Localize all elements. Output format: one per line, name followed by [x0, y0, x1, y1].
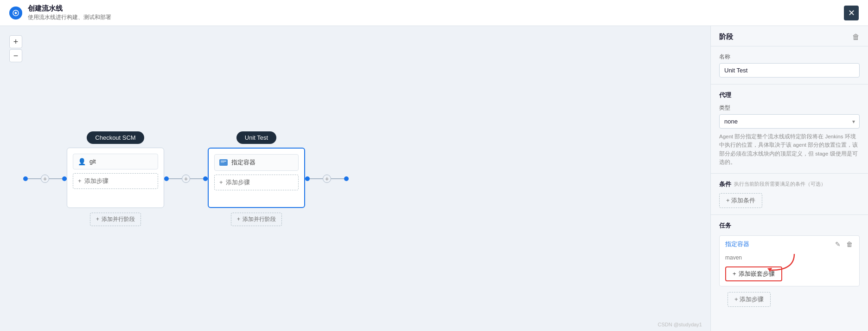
- stage-unit-test: Unit Test 指定容器 +: [208, 131, 305, 226]
- stage-1-card[interactable]: 👤 git + 添加步骤: [67, 148, 164, 208]
- stage-1-label[interactable]: Checkout SCM: [87, 131, 144, 144]
- panel-tasks-section: 任务 指定容器 ✎ 🗑 maven: [711, 215, 868, 320]
- add-step-label-2: 添加步骤: [226, 178, 250, 187]
- task-name-label[interactable]: 指定容器: [725, 240, 749, 248]
- add-parallel-row-1: + 添加并行阶段: [90, 213, 141, 226]
- tasks-section-title: 任务: [719, 221, 860, 230]
- stage-2-card[interactable]: 指定容器 + 添加步骤: [208, 148, 305, 208]
- name-field-label: 名称: [719, 53, 860, 61]
- add-steps-row: + 添加步骤: [719, 290, 860, 313]
- conditions-header: 条件 执行当前阶段所需要满足的条件（可选）: [719, 180, 860, 188]
- app-logo: [9, 6, 22, 19]
- header-title-group: 创建流水线 使用流水线进行构建、测试和部署: [28, 4, 111, 21]
- step-container[interactable]: 指定容器: [214, 154, 299, 171]
- end-dot-1: [62, 176, 67, 181]
- conditions-subtitle: 执行当前阶段所需要满足的条件（可选）: [734, 181, 826, 188]
- add-stage-between[interactable]: +: [182, 175, 190, 183]
- watermark: CSDN @studyday1: [657, 322, 702, 327]
- task-item-container: 指定容器 ✎ 🗑 maven + 添加嵌套步骤: [719, 235, 860, 286]
- svg-rect-2: [221, 161, 226, 162]
- nested-plus-icon: +: [733, 270, 736, 277]
- add-parallel-row-2: + 添加并行阶段: [231, 213, 282, 226]
- add-stage-after[interactable]: +: [323, 175, 331, 183]
- svg-rect-3: [221, 162, 224, 163]
- pipeline-canvas: + Checkout SCM 👤 git + 添加步骤: [23, 131, 349, 226]
- add-parallel-button-1[interactable]: + 添加并行阶段: [90, 213, 141, 226]
- delete-stage-button[interactable]: 🗑: [852, 33, 860, 41]
- mid-dot-1: [164, 176, 169, 181]
- pipeline-canvas-area: + − + Checkout SCM 👤 git: [0, 26, 710, 331]
- right-panel: 阶段 🗑 名称 代理 类型 none any label docker dock…: [710, 26, 868, 331]
- add-parallel-label-1: 添加并行阶段: [102, 215, 135, 223]
- add-step-label-1: 添加步骤: [84, 177, 108, 185]
- add-condition-button[interactable]: + 添加条件: [719, 193, 762, 208]
- task-edit-button[interactable]: ✎: [834, 240, 842, 249]
- type-select[interactable]: none any label docker dockerfile: [719, 114, 860, 129]
- step-git[interactable]: 👤 git: [73, 154, 158, 169]
- page-title: 创建流水线: [28, 4, 111, 13]
- zoom-controls: + −: [9, 35, 22, 62]
- type-select-wrapper: none any label docker dockerfile ▾: [719, 114, 860, 129]
- panel-stage-header: 阶段 🗑: [711, 26, 868, 46]
- conn-line-1: [28, 178, 41, 179]
- panel-name-section: 名称: [711, 46, 868, 84]
- git-icon: 👤: [78, 158, 86, 165]
- type-field-label: 类型: [719, 104, 860, 112]
- name-field-input[interactable]: [719, 63, 860, 78]
- start-dot: [23, 176, 28, 181]
- add-parallel-button-2[interactable]: + 添加并行阶段: [231, 213, 282, 226]
- header-left: 创建流水线 使用流水线进行构建、测试和部署: [9, 4, 111, 21]
- app-header: 创建流水线 使用流水线进行构建、测试和部署 ✕: [0, 0, 868, 26]
- conn-line-6: [331, 178, 344, 179]
- conn-line-4: [190, 178, 203, 179]
- zoom-in-button[interactable]: +: [9, 35, 22, 48]
- agent-section-title: 代理: [719, 91, 860, 99]
- nested-steps-row: + 添加嵌套步骤: [720, 265, 859, 286]
- add-parallel-icon-1: +: [96, 216, 99, 222]
- page-subtitle: 使用流水线进行构建、测试和部署: [28, 13, 111, 21]
- add-stage-before-1[interactable]: +: [41, 175, 49, 183]
- zoom-out-button[interactable]: −: [9, 49, 22, 62]
- end-connector: +: [305, 175, 349, 183]
- conn-line-3: [169, 178, 182, 179]
- main-layout: + − + Checkout SCM 👤 git: [0, 26, 868, 331]
- end-dot-3: [344, 176, 349, 181]
- conn-line-5: [310, 178, 323, 179]
- add-parallel-icon-2: +: [237, 216, 240, 222]
- panel-agent-section: 代理 类型 none any label docker dockerfile ▾…: [711, 84, 868, 174]
- add-step-button-2[interactable]: + 添加步骤: [214, 175, 299, 190]
- add-step-icon-2: +: [219, 179, 223, 186]
- conn-line-2: [49, 178, 62, 179]
- task-item-header: 指定容器 ✎ 🗑: [720, 236, 859, 253]
- panel-conditions-section: 条件 执行当前阶段所需要满足的条件（可选） + 添加条件: [711, 174, 868, 215]
- step-git-label: git: [89, 158, 96, 165]
- end-dot-2: [305, 176, 310, 181]
- add-step-button-1[interactable]: + 添加步骤: [73, 173, 158, 189]
- task-actions: ✎ 🗑: [834, 240, 854, 249]
- task-delete-button[interactable]: 🗑: [845, 240, 854, 249]
- add-parallel-label-2: 添加并行阶段: [243, 215, 276, 223]
- mid-dot-2: [203, 176, 208, 181]
- middle-connector: +: [164, 175, 208, 183]
- start-connector: +: [23, 175, 67, 183]
- close-button[interactable]: ✕: [844, 6, 859, 20]
- panel-stage-title: 阶段: [719, 32, 733, 41]
- red-arrow-annotation: [757, 252, 799, 275]
- add-step-icon-1: +: [78, 177, 82, 184]
- stage-checkout-scm: Checkout SCM 👤 git + 添加步骤 + 添加并行阶段: [67, 131, 164, 226]
- stage-2-label[interactable]: Unit Test: [236, 131, 276, 144]
- step-container-label: 指定容器: [231, 158, 255, 167]
- conditions-title: 条件: [719, 180, 731, 188]
- add-steps-button[interactable]: + 添加步骤: [728, 292, 771, 307]
- container-icon: [219, 159, 228, 166]
- agent-description: Agent 部分指定整个流水线或特定阶段将在 Jenkins 环境中执行的位置，…: [719, 132, 860, 167]
